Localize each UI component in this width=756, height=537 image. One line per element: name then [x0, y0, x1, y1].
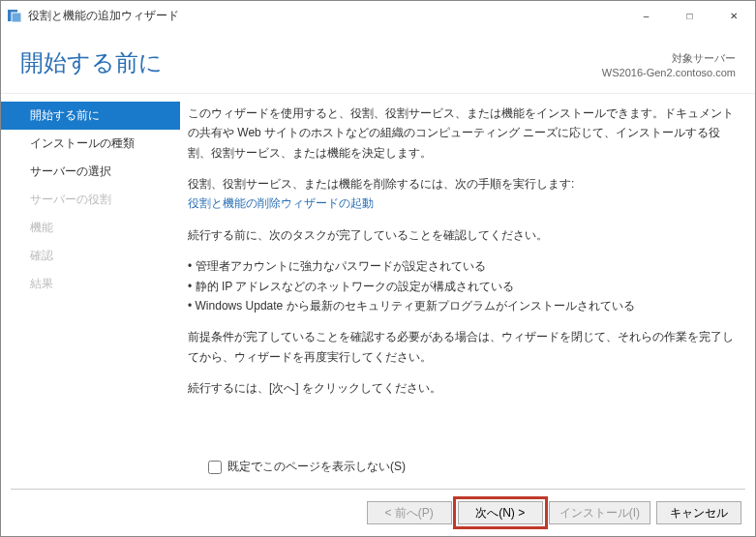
target-server-label: 対象サーバー	[602, 51, 736, 66]
task-item: 静的 IP アドレスなどのネットワークの設定が構成されている	[188, 277, 734, 296]
maximize-button[interactable]: □	[668, 1, 711, 30]
close-button[interactable]: ✕	[711, 1, 755, 30]
footer-buttons: < 前へ(P) 次へ(N) > インストール(I) キャンセル	[1, 490, 755, 536]
nav-before-you-begin[interactable]: 開始する前に	[1, 102, 180, 130]
skip-page-label[interactable]: 既定でこのページを表示しない(S)	[227, 459, 406, 475]
wizard-body: 開始する前に インストールの種類 サーバーの選択 サーバーの役割 機能 確認 結…	[1, 94, 755, 451]
target-server-name: WS2016-Gen2.contoso.com	[602, 66, 736, 80]
app-icon	[7, 8, 22, 23]
nav-server-selection[interactable]: サーバーの選択	[1, 158, 180, 186]
previous-button: < 前へ(P)	[367, 501, 452, 524]
svg-rect-1	[12, 13, 21, 22]
window-title: 役割と機能の追加ウィザード	[28, 8, 624, 24]
prereq-text: 前提条件が完了していることを確認する必要がある場合は、ウィザードを閉じて、それら…	[188, 327, 734, 367]
nav-server-roles: サーバーの役割	[1, 186, 180, 214]
skip-page-checkbox[interactable]	[208, 461, 222, 474]
nav-confirmation: 確認	[1, 242, 180, 270]
remove-lead-text: 役割、役割サービス、または機能を削除するには、次の手順を実行します:	[188, 177, 574, 191]
sidebar-nav: 開始する前に インストールの種類 サーバーの選択 サーバーの役割 機能 確認 結…	[1, 94, 180, 451]
remove-section: 役割、役割サービス、または機能を削除するには、次の手順を実行します: 役割と機能…	[188, 174, 734, 214]
task-item: 管理者アカウントに強力なパスワードが設定されている	[188, 256, 734, 276]
content-area: このウィザードを使用すると、役割、役割サービス、または機能をインストールできます…	[180, 94, 755, 451]
next-button[interactable]: 次へ(N) >	[458, 501, 543, 524]
minimize-button[interactable]: –	[624, 1, 668, 30]
nav-features: 機能	[1, 214, 180, 242]
continue-hint-text: 続行するには、[次へ] をクリックしてください。	[188, 378, 734, 398]
remove-wizard-link[interactable]: 役割と機能の削除ウィザードの起動	[188, 196, 374, 210]
nav-installation-type[interactable]: インストールの種類	[1, 130, 180, 158]
skip-checkbox-row: 既定でこのページを表示しない(S)	[1, 451, 755, 489]
intro-text: このウィザードを使用すると、役割、役割サービス、または機能をインストールできます…	[188, 104, 734, 163]
titlebar: 役割と機能の追加ウィザード – □ ✕	[1, 1, 755, 30]
cancel-button[interactable]: キャンセル	[656, 501, 741, 524]
page-header: 開始する前に 対象サーバー WS2016-Gen2.contoso.com	[1, 30, 755, 94]
tasks-lead-text: 続行する前に、次のタスクが完了していることを確認してください。	[188, 225, 734, 245]
target-server-info: 対象サーバー WS2016-Gen2.contoso.com	[602, 47, 736, 81]
install-button: インストール(I)	[549, 501, 650, 524]
task-item: Windows Update から最新のセキュリティ更新プログラムがインストール…	[188, 296, 734, 315]
nav-results: 結果	[1, 270, 180, 298]
window-buttons: – □ ✕	[624, 1, 755, 30]
tasks-list: 管理者アカウントに強力なパスワードが設定されている 静的 IP アドレスなどのネ…	[188, 256, 734, 315]
page-title: 開始する前に	[20, 47, 602, 81]
